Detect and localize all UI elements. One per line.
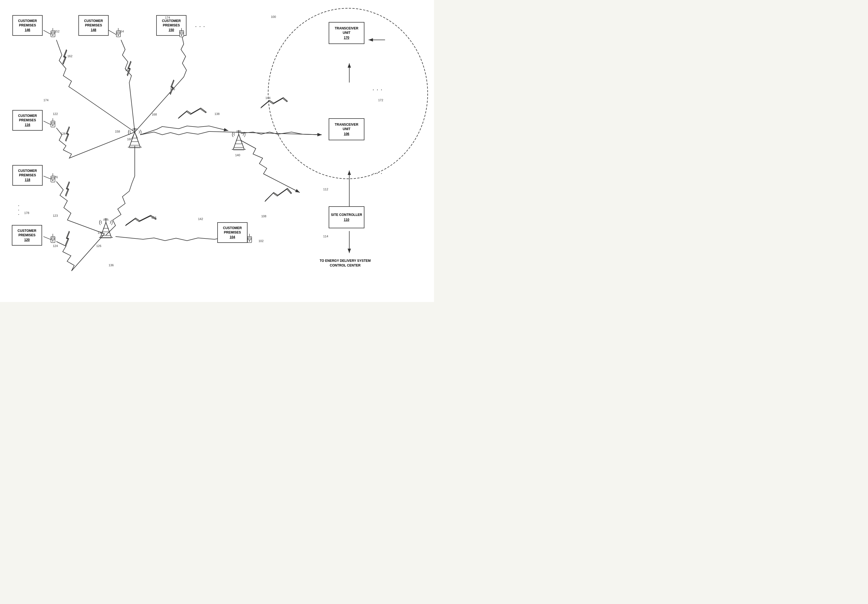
lightning-144 [259,96,289,110]
svg-line-36 [106,222,112,237]
svg-point-69 [52,180,53,181]
label-140: 140 [235,153,240,157]
lightning-123 [63,231,74,247]
lightning-128 [63,126,74,142]
label-158: 158 [115,130,120,133]
cp104-label: CUSTOMER PREMISES [220,226,245,235]
label-112: 112 [323,187,328,191]
cp118-label: CUSTOMER PREMISES [15,169,40,177]
svg-rect-52 [51,32,54,34]
svg-line-24 [132,132,135,138]
cp148-box: CUSTOMERPREMISES 148 [78,15,108,36]
label-136: 136 [108,263,113,267]
tu170-number: 170 [344,36,349,40]
label-100: 100 [271,15,276,19]
diagram: CUSTOMER PREMISES 146 CUSTOMERPREMISES 1… [0,0,434,302]
cp104-number: 104 [229,235,235,239]
svg-marker-18 [129,132,140,147]
diagram-lines [0,0,434,302]
label-114: 114 [323,235,328,238]
cp116-box: CUSTOMER PREMISES 116 [12,110,43,131]
cp116-number: 116 [25,123,30,127]
tu106-label: TRANSCEIVER UNIT [331,123,362,131]
label-168: 168 [152,113,157,116]
cp118-number: 118 [25,178,30,182]
svg-rect-60 [180,32,183,34]
lightning-166 [167,79,178,96]
sc110-number: 110 [344,218,349,222]
label-174-cp: 174 [165,16,170,19]
cp148-number: 148 [91,28,96,32]
label-102: 102 [259,239,264,243]
radio-178 [50,233,56,244]
label-142: 142 [198,217,203,221]
radio-154 [115,28,122,39]
cp120-number: 120 [24,238,30,242]
dots-middle-right: · · · [373,171,383,176]
tu106-box: TRANSCEIVER UNIT 106 [329,118,364,140]
dots-top: · · · [195,24,205,29]
radio-176 [50,173,56,184]
svg-line-22 [129,132,135,147]
cp150-label: CUSTOMERPREMISES [162,19,181,28]
svg-rect-56 [117,32,120,34]
lightning-138 [176,107,209,121]
svg-point-65 [52,125,53,126]
cp104-box: CUSTOMER PREMISES 104 [217,222,248,243]
cp120-label: CUSTOMER PREMISES [14,229,40,237]
svg-point-57 [118,35,119,36]
label-124: 124 [53,244,58,248]
lightning-162 [60,49,71,65]
tower-140 [231,129,247,151]
svg-rect-76 [248,238,251,240]
lightning-176 [63,181,74,197]
tower-160 [127,127,143,149]
radio-156 [178,28,185,39]
label-123: 123 [53,214,58,217]
sc110-box: SITE CONTROLLER 110 [329,206,364,228]
lightning-108 [263,187,293,203]
dots-left: ··· [18,203,20,217]
svg-line-47 [239,134,244,149]
radio-152 [50,28,56,39]
tu170-label: TRANSCEIVER UNIT [331,26,362,35]
svg-rect-68 [51,177,54,179]
cp146-box: CUSTOMER PREMISES 146 [12,15,43,36]
label-174-top: 174 [43,99,48,102]
label-108: 108 [261,215,266,218]
cp116-label: CUSTOMER PREMISES [15,114,40,122]
tu170-box: TRANSCEIVER UNIT 170 [329,22,364,44]
svg-rect-72 [51,238,54,240]
cp148-label: CUSTOMERPREMISES [84,19,103,28]
sc110-label: SITE CONTROLLER [331,213,362,217]
cp146-label: CUSTOMER PREMISES [15,19,40,28]
svg-marker-42 [233,134,244,149]
label-178: 178 [24,211,29,215]
svg-line-46 [233,134,239,149]
svg-marker-31 [101,222,112,237]
label-126: 126 [96,244,101,248]
svg-line-35 [101,222,106,237]
lightning-134 [123,214,159,228]
label-122: 122 [53,112,58,116]
svg-point-53 [52,35,53,36]
dots-right: · · · [373,87,383,93]
tu106-number: 106 [344,132,349,136]
tower-130 [98,217,114,239]
lightning-164 [124,60,135,77]
radio-122 [50,118,56,129]
svg-point-73 [52,240,53,242]
radio-102 [246,233,253,244]
svg-line-25 [135,132,138,138]
label-172: 172 [378,99,383,102]
cp150-number: 150 [169,28,174,32]
cp146-number: 146 [25,28,30,32]
label-138: 138 [214,112,220,116]
energy-label: TO ENERGY DELIVERY SYSTEM CONTROL CENTER [318,259,373,268]
cp118-box: CUSTOMER PREMISES 118 [12,165,43,186]
cp120-box: CUSTOMER PREMISES 120 [12,225,42,246]
svg-point-77 [249,240,250,242]
svg-point-61 [181,35,182,36]
svg-line-23 [135,132,140,147]
svg-rect-64 [51,122,54,124]
